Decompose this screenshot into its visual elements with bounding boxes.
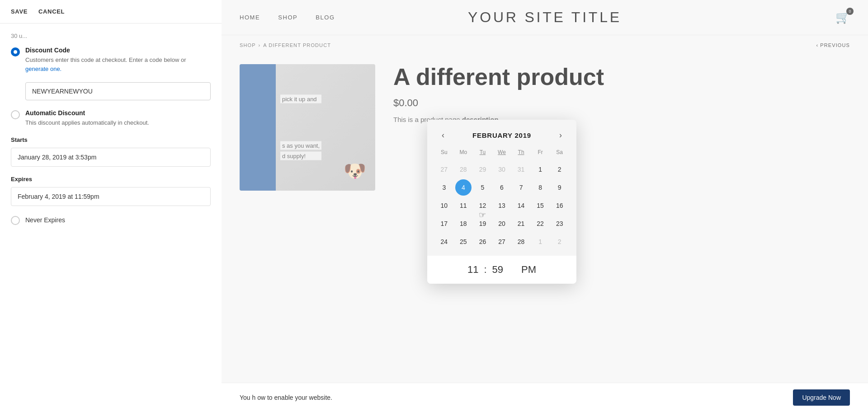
cal-cell-10-feb[interactable]: 10 <box>436 197 452 214</box>
cal-cell-17-feb[interactable]: 17 <box>436 215 452 232</box>
cal-cell-24-feb[interactable]: 24 <box>436 234 452 250</box>
calendar-month-title: FEBRUARY 2019 <box>472 131 531 139</box>
discount-code-label: Discount Code <box>25 47 211 54</box>
cart-icon: 🛒 0 <box>835 10 850 24</box>
product-title: A different product <box>393 64 850 90</box>
automatic-discount-radio[interactable] <box>11 110 20 119</box>
automatic-discount-option: Automatic Discount This discount applies… <box>11 109 211 127</box>
expires-date[interactable]: February 4, 2019 at 11:59pm <box>11 187 211 206</box>
cal-cell-13-feb[interactable]: 13 <box>494 197 510 214</box>
generate-link[interactable]: generate one. <box>25 66 61 72</box>
discount-code-input[interactable] <box>32 88 204 95</box>
cal-cell-4-feb[interactable]: 4 <box>455 179 472 196</box>
product-image: pick it up and s as you want, d supply! … <box>240 64 375 191</box>
cal-cell-2-feb[interactable]: 2 <box>552 161 568 178</box>
panel-header: SAVE CANCEL <box>0 0 222 23</box>
cal-cell-1-feb[interactable]: 1 <box>532 161 548 178</box>
calendar-overlay: ‹ FEBRUARY 2019 › Su Mo Tu We Th Fr Sa <box>427 120 576 284</box>
cal-cell-15-feb[interactable]: 15 <box>532 197 548 214</box>
dog-emoji: 🐶 <box>344 160 366 182</box>
cal-cell-16-feb[interactable]: 16 <box>552 197 568 214</box>
breadcrumb: SHOP › A DIFFERENT PRODUCT ‹ PREVIOUS <box>222 35 868 55</box>
calendar-time: 11 : 59 PM <box>427 256 576 284</box>
img-text-1: pick it up and <box>280 95 321 103</box>
desc-prefix: Customers enter this code at checkout. E… <box>25 56 186 63</box>
upgrade-bar: You h ow to enable your website. Upgrade… <box>222 383 868 412</box>
save-button[interactable]: SAVE <box>11 8 28 15</box>
calendar-weeks: 27 28 29 30 31 1 2 3 4 5 6 7 <box>434 161 569 250</box>
time-minute: 59 <box>492 264 503 276</box>
calendar-week-4: 17 18 19 20 21 22 23 <box>434 215 569 232</box>
cal-cell-20-feb[interactable]: 20 <box>494 215 510 232</box>
calendar-week-1: 27 28 29 30 31 1 2 <box>434 161 569 178</box>
cal-cell-3-feb[interactable]: 3 <box>436 179 452 196</box>
nav-links: HOME SHOP BLOG <box>240 14 335 21</box>
product-price: $0.00 <box>393 97 850 109</box>
nav-shop: SHOP <box>278 14 297 21</box>
breadcrumb-shop: SHOP <box>240 42 256 48</box>
calendar-header: ‹ FEBRUARY 2019 › <box>427 120 576 147</box>
discount-code-radio[interactable] <box>11 47 20 56</box>
upgrade-text: You h ow to enable your website. <box>240 394 332 401</box>
cal-cell-1-mar[interactable]: 1 <box>532 234 548 250</box>
cal-cell-2-mar[interactable]: 2 <box>552 234 568 250</box>
cal-cell-29-jan[interactable]: 29 <box>474 161 491 178</box>
day-header-tu: Tu <box>473 147 492 157</box>
cal-cell-25-feb[interactable]: 25 <box>455 234 472 250</box>
image-color-bar <box>240 64 276 191</box>
cal-cell-26-feb[interactable]: 26 <box>474 234 491 250</box>
upgrade-now-button[interactable]: Upgrade Now <box>793 389 850 406</box>
cancel-button[interactable]: CANCEL <box>38 8 65 15</box>
cal-cell-31-jan[interactable]: 31 <box>513 161 529 178</box>
cal-cell-14-feb[interactable]: 14 <box>513 197 529 214</box>
cal-cell-22-feb[interactable]: 22 <box>532 215 548 232</box>
breadcrumb-separator: › <box>259 42 261 48</box>
cal-cell-28-jan[interactable]: 28 <box>455 161 472 178</box>
discount-code-text: Discount Code Customers enter this code … <box>25 47 211 73</box>
never-expires-row: Never Expires <box>11 215 211 225</box>
discount-code-option: Discount Code Customers enter this code … <box>11 47 211 73</box>
calendar-day-headers: Su Mo Tu We Th Fr Sa <box>434 147 569 157</box>
starts-title: Starts <box>11 136 211 143</box>
cal-cell-11-feb[interactable]: 11 <box>455 197 472 214</box>
cal-cell-21-feb[interactable]: 21 <box>513 215 529 232</box>
nav-blog: BLOG <box>316 14 335 21</box>
site-title: YOUR SITE TITLE <box>468 9 622 26</box>
cal-cell-12-feb[interactable]: 12 ☞ <box>474 197 491 214</box>
cal-cell-8-feb[interactable]: 8 <box>532 179 548 196</box>
cal-cell-30-jan[interactable]: 30 <box>494 161 510 178</box>
automatic-discount-label: Automatic Discount <box>25 109 149 117</box>
cal-cell-5-feb[interactable]: 5 <box>474 179 491 196</box>
calendar-grid: Su Mo Tu We Th Fr Sa 27 28 29 30 31 <box>427 147 576 256</box>
site-preview-panel: HOME SHOP BLOG YOUR SITE TITLE 🛒 0 SHOP … <box>222 0 868 412</box>
day-header-mo: Mo <box>454 147 473 157</box>
automatic-discount-desc: This discount applies automatically in c… <box>25 118 149 127</box>
day-header-th: Th <box>511 147 531 157</box>
time-period: PM <box>521 264 536 276</box>
starts-date[interactable]: January 28, 2019 at 3:53pm <box>11 148 211 167</box>
cal-cell-18-feb[interactable]: 18 <box>455 215 472 232</box>
cal-cell-9-feb[interactable]: 9 <box>552 179 568 196</box>
nav-home: HOME <box>240 14 260 21</box>
cal-cell-7-feb[interactable]: 7 <box>513 179 529 196</box>
cal-cell-27-jan[interactable]: 27 <box>436 161 452 178</box>
calendar-week-3: 10 11 12 ☞ 13 14 15 16 <box>434 197 569 214</box>
cal-cell-28-feb[interactable]: 28 <box>513 234 529 250</box>
cal-cell-27-feb[interactable]: 27 <box>494 234 510 250</box>
calendar-next-button[interactable]: › <box>556 129 566 142</box>
calendar-prev-button[interactable]: ‹ <box>438 129 448 142</box>
cart-badge: 0 <box>846 8 854 15</box>
cal-cell-23-feb[interactable]: 23 <box>552 215 568 232</box>
cal-cell-6-feb[interactable]: 6 <box>494 179 510 196</box>
never-expires-label: Never Expires <box>25 216 65 224</box>
previous-link: ‹ PREVIOUS <box>816 42 850 48</box>
day-header-su: Su <box>434 147 454 157</box>
calendar-week-2: 3 4 5 6 7 8 9 <box>434 179 569 196</box>
left-panel: SAVE CANCEL 30 u... Discount Code Custom… <box>0 0 222 412</box>
never-expires-radio[interactable] <box>11 216 20 225</box>
img-text-2: s as you want, <box>280 141 321 150</box>
code-input-wrapper <box>25 82 211 100</box>
discount-code-desc: Customers enter this code at checkout. E… <box>25 56 211 73</box>
time-hour: 11 <box>467 264 478 276</box>
cursor-indicator: ☞ <box>479 210 486 220</box>
